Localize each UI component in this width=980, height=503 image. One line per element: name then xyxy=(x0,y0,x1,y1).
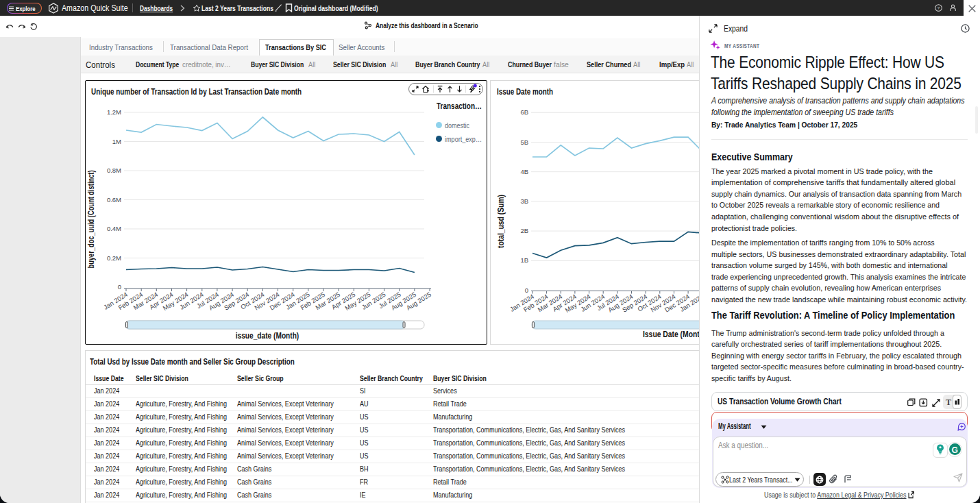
svg-text:1M: 1M xyxy=(112,138,121,145)
svg-text:import_exp…: import_exp… xyxy=(445,135,482,143)
svg-text:domestic: domestic xyxy=(445,121,469,130)
svg-text:3B: 3B xyxy=(520,197,528,205)
svg-text:Issue Date (Month): Issue Date (Month) xyxy=(643,330,699,339)
svg-text:1B: 1B xyxy=(520,256,528,264)
svg-text:buyer_doc_uuid (Count distinct: buyer_doc_uuid (Count distinct) xyxy=(86,171,96,269)
svg-text:4B: 4B xyxy=(520,168,528,175)
svg-text:0: 0 xyxy=(525,286,528,294)
svg-text:?: ? xyxy=(938,5,940,10)
svg-text:issue_date (Month): issue_date (Month) xyxy=(236,331,299,341)
svg-text:6B: 6B xyxy=(520,108,528,116)
svg-text:5B: 5B xyxy=(520,138,528,146)
svg-text:0.4M: 0.4M xyxy=(107,225,121,232)
svg-text:1.2M: 1.2M xyxy=(107,108,121,116)
svg-text:0.2M: 0.2M xyxy=(107,254,121,262)
svg-text:2B: 2B xyxy=(520,227,528,234)
svg-text:0.8M: 0.8M xyxy=(107,167,121,174)
svg-text:0.6M: 0.6M xyxy=(107,196,121,204)
svg-text:Transaction…: Transaction… xyxy=(437,101,482,111)
svg-text:0: 0 xyxy=(118,283,121,291)
svg-text:total_usd (Sum): total_usd (Sum) xyxy=(496,195,506,248)
